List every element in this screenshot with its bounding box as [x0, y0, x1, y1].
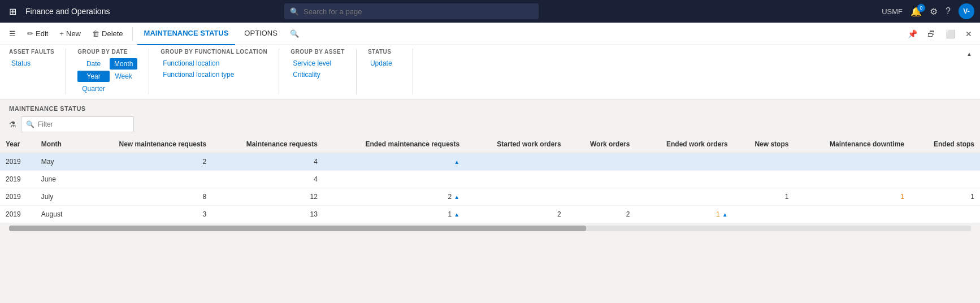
table-header: Year Month New maintenance requests Main…: [0, 136, 980, 153]
table-cell: [734, 171, 795, 188]
func-location-items: Functional location Functional location …: [161, 58, 267, 80]
table-cell: August: [36, 206, 79, 223]
table-row[interactable]: 2019July8122▲111: [0, 188, 980, 206]
table-cell: 1▲: [323, 206, 465, 223]
table-cell: 4: [212, 153, 323, 171]
table-cell: [910, 206, 980, 223]
filter-icon[interactable]: ⚗: [9, 120, 16, 129]
scrollbar-thumb[interactable]: [9, 226, 586, 231]
user-company: USMF: [882, 7, 903, 16]
functional-location-btn[interactable]: Functional location: [161, 58, 267, 68]
notif-badge: 0: [917, 4, 925, 12]
user-avatar[interactable]: V-: [959, 3, 974, 19]
edit-icon: ✏: [27, 29, 33, 38]
group-by-asset-title: GROUP BY ASSET: [290, 49, 345, 55]
command-bar: ☰ ✏ Edit + New 🗑 Delete MAINTENANCE STAT…: [0, 23, 980, 45]
collapse-ribbon-btn[interactable]: ▲: [963, 50, 975, 58]
table-row[interactable]: 2019August3131▲221▲: [0, 206, 980, 223]
delete-button[interactable]: 🗑 Delete: [88, 27, 128, 40]
grid-icon[interactable]: ⊞: [6, 3, 20, 20]
table-cell: 12: [212, 188, 323, 206]
col-ended-stops: Ended stops: [910, 136, 980, 153]
table-cell: 2▲: [323, 188, 465, 206]
year-button[interactable]: Year: [77, 71, 110, 82]
topbar-right: USMF 🔔 0 ⚙ ? V-: [882, 3, 974, 19]
table-cell: [635, 188, 733, 206]
main-content: MAINTENANCE STATUS ⚗ 🔍 Year Month New ma…: [0, 99, 980, 233]
table-cell: [794, 153, 910, 171]
search-input[interactable]: [303, 7, 533, 16]
criticality-btn[interactable]: Criticality: [290, 70, 345, 80]
tab-options[interactable]: OPTIONS: [237, 23, 284, 45]
hamburger-menu[interactable]: ☰: [5, 27, 20, 40]
quarter-button[interactable]: Quarter: [77, 83, 110, 94]
filter-row: ⚗ 🔍: [9, 116, 971, 132]
status-title: STATUS: [368, 49, 401, 55]
close-icon[interactable]: ✕: [962, 27, 975, 41]
col-new-maint-req: New maintenance requests: [79, 136, 212, 153]
help-icon[interactable]: ?: [946, 6, 951, 16]
search-tab-icon[interactable]: 🔍: [290, 29, 299, 38]
table-cell: July: [36, 188, 79, 206]
table-cell: [567, 171, 636, 188]
horizontal-scrollbar[interactable]: [9, 226, 971, 231]
week-button[interactable]: Week: [110, 71, 137, 82]
table-cell: [635, 171, 733, 188]
table-cell: 13: [212, 206, 323, 223]
ribbon: ASSET FAULTS Status GROUP BY DATE Date Y…: [0, 45, 980, 99]
col-ended-wo: Ended work orders: [635, 136, 733, 153]
open-icon[interactable]: 🗗: [924, 27, 939, 41]
table-row[interactable]: 2019May24▲: [0, 153, 980, 171]
settings-icon[interactable]: ⚙: [930, 6, 938, 17]
search-icon: 🔍: [290, 7, 299, 16]
pin-icon[interactable]: 📌: [904, 27, 921, 41]
ribbon-group-asset: GROUP BY ASSET Service level Criticality: [290, 49, 357, 94]
search-box[interactable]: 🔍: [284, 3, 539, 19]
table-row[interactable]: 2019June4: [0, 171, 980, 188]
section-title: MAINTENANCE STATUS: [9, 105, 971, 112]
functional-location-type-btn[interactable]: Functional location type: [161, 70, 267, 80]
month-button[interactable]: Month: [110, 58, 137, 70]
asset-items: Service level Criticality: [290, 58, 345, 80]
asset-faults-title: ASSET FAULTS: [9, 49, 54, 55]
table-cell: [910, 153, 980, 171]
table-cell: 1: [910, 188, 980, 206]
maximize-icon[interactable]: ⬜: [942, 27, 959, 41]
service-level-btn[interactable]: Service level: [290, 58, 345, 68]
table-cell: 1▲: [635, 206, 733, 223]
table-cell: [465, 153, 567, 171]
update-btn[interactable]: Update: [368, 58, 401, 68]
table-cell: [794, 171, 910, 188]
toolbar-separator: [132, 27, 133, 41]
data-table: Year Month New maintenance requests Main…: [0, 136, 980, 223]
ribbon-status-item[interactable]: Status: [9, 58, 54, 68]
table-cell: [465, 171, 567, 188]
filter-input-box[interactable]: 🔍: [21, 116, 134, 132]
ribbon-group-status: STATUS Update: [368, 49, 413, 94]
date-buttons: Date Year Quarter Month Week: [77, 58, 137, 94]
table-body: 2019May24▲2019June42019July8122▲1112019A…: [0, 153, 980, 223]
col-new-stops: New stops: [734, 136, 795, 153]
table-cell: 4: [212, 171, 323, 188]
asset-faults-items: Status: [9, 58, 54, 68]
edit-button[interactable]: ✏ Edit: [23, 27, 53, 40]
col-year: Year: [0, 136, 36, 153]
table-cell: [567, 153, 636, 171]
date-button[interactable]: Date: [77, 58, 110, 70]
table-cell: 3: [79, 206, 212, 223]
app-title: Finance and Operations: [25, 7, 110, 16]
table-cell: 2: [567, 206, 636, 223]
table-cell: 2: [465, 206, 567, 223]
date-col-2: Month Week: [110, 58, 137, 82]
filter-section: MAINTENANCE STATUS ⚗ 🔍: [0, 99, 980, 136]
maintenance-table: Year Month New maintenance requests Main…: [0, 136, 980, 223]
new-button[interactable]: + New: [55, 27, 85, 40]
filter-input[interactable]: [38, 120, 129, 128]
notification-icon[interactable]: 🔔 0: [910, 6, 922, 17]
ribbon-group-asset-faults: ASSET FAULTS Status: [9, 49, 66, 94]
table-cell: [635, 153, 733, 171]
ribbon-group-by-date: GROUP BY DATE Date Year Quarter Month We…: [77, 49, 149, 94]
tab-maintenance-status[interactable]: MAINTENANCE STATUS: [137, 23, 236, 45]
func-location-title: GROUP BY FUNCTIONAL LOCATION: [161, 49, 267, 55]
table-cell: 8: [79, 188, 212, 206]
